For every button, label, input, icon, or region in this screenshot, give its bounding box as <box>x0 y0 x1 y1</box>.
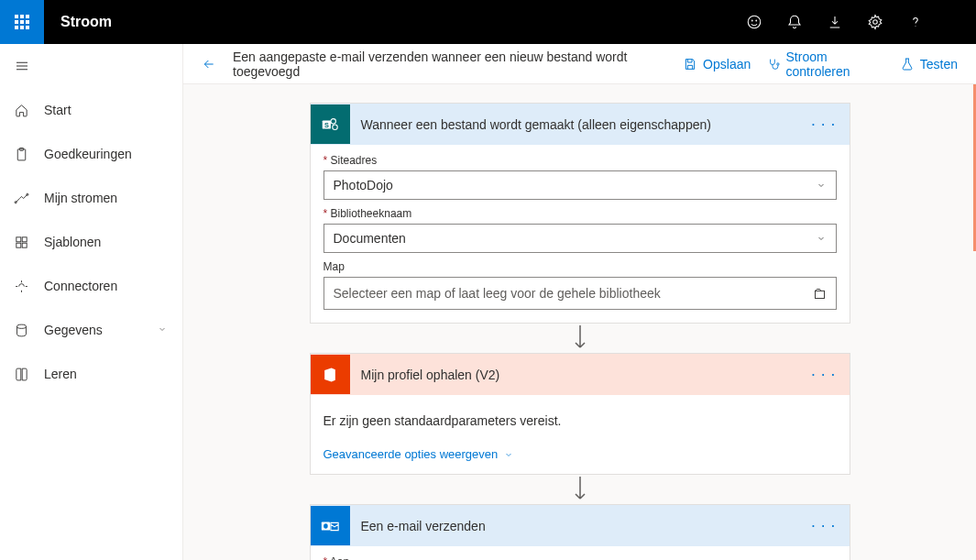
nav-connectors[interactable]: Connectoren <box>0 264 182 308</box>
card-menu-button[interactable]: · · · <box>812 118 837 131</box>
svg-rect-9 <box>22 236 27 241</box>
check-label: Stroom controleren <box>786 49 883 79</box>
flow-icon <box>13 190 29 206</box>
nav-label: Sjablonen <box>44 235 170 249</box>
folder-placeholder: Selecteer een map of laat leeg voor de g… <box>334 286 661 301</box>
svg-rect-8 <box>16 236 20 241</box>
nav-start[interactable]: Start <box>0 88 182 132</box>
nav-data[interactable]: Gegevens <box>0 308 182 352</box>
flask-icon <box>900 57 915 71</box>
site-address-select[interactable]: PhotoDojo <box>324 170 837 200</box>
svg-point-17 <box>333 125 338 130</box>
settings-icon[interactable] <box>855 0 895 44</box>
advanced-options-link[interactable]: Geavanceerde opties weergeven <box>324 447 515 461</box>
help-icon[interactable] <box>895 0 936 44</box>
library-value: Documenten <box>334 231 406 246</box>
nav-label: Start <box>44 103 170 117</box>
nav-label: Mijn stromen <box>44 191 170 205</box>
svg-rect-10 <box>16 243 20 247</box>
nav-label: Leren <box>44 367 170 381</box>
connectors-icon <box>13 278 29 294</box>
trigger-card: S Wanneer een bestand wordt gemaakt (all… <box>310 103 850 324</box>
action-card-email: Een e-mail verzenden · · · * Aan <box>310 504 850 560</box>
waffle-icon <box>15 15 29 29</box>
nav-approvals[interactable]: Goedkeuringen <box>0 132 182 176</box>
card-menu-button[interactable]: · · · <box>812 368 837 381</box>
nav-myflows[interactable]: Mijn stromen <box>0 176 182 220</box>
save-label: Opslaan <box>703 57 751 71</box>
svg-point-20 <box>324 523 328 529</box>
check-flow-button[interactable]: Stroom controleren <box>767 49 883 79</box>
card-header[interactable]: Een e-mail verzenden · · · <box>311 505 850 546</box>
templates-icon <box>13 234 29 250</box>
svg-point-16 <box>331 118 336 124</box>
outlook-icon <box>311 506 350 545</box>
svg-point-12 <box>16 324 26 328</box>
aan-label: * Aan <box>324 555 837 560</box>
chevron-down-icon <box>503 449 514 460</box>
svg-point-2 <box>756 20 757 21</box>
nav-toggle[interactable] <box>0 44 44 88</box>
svg-rect-11 <box>22 243 27 247</box>
clipboard-icon <box>13 146 29 162</box>
svg-text:S: S <box>324 120 329 128</box>
sharepoint-icon: S <box>311 104 350 144</box>
stethoscope-icon <box>767 57 780 71</box>
back-button[interactable] <box>202 57 216 71</box>
card-header[interactable]: Mijn profiel ophalen (V2) · · · <box>311 354 850 395</box>
office-icon <box>311 355 350 394</box>
chevron-down-icon <box>816 180 827 191</box>
svg-point-0 <box>748 16 761 28</box>
svg-point-13 <box>777 62 779 64</box>
library-label: * Bibliotheeknaam <box>324 207 837 220</box>
action-card-profile: Mijn profiel ophalen (V2) · · · Er zijn … <box>310 353 850 475</box>
nav-label: Gegevens <box>44 323 142 337</box>
app-launcher[interactable] <box>0 0 44 44</box>
test-label: Testen <box>920 57 958 71</box>
library-select[interactable]: Documenten <box>324 224 837 253</box>
svg-point-1 <box>751 20 752 21</box>
card-header[interactable]: S Wanneer een bestand wordt gemaakt (all… <box>311 104 850 145</box>
home-icon <box>13 102 29 118</box>
download-icon[interactable] <box>815 0 855 44</box>
card-menu-button[interactable]: · · · <box>812 520 837 533</box>
folder-icon <box>813 287 827 301</box>
nav-label: Connectoren <box>44 279 170 293</box>
save-button[interactable]: Opslaan <box>683 57 751 71</box>
site-value: PhotoDojo <box>334 178 393 192</box>
brand-name: Stroom <box>60 14 112 30</box>
card-title: Mijn profiel ophalen (V2) <box>361 368 801 382</box>
nav-templates[interactable]: Sjablonen <box>0 220 182 264</box>
nav-label: Goedkeuringen <box>44 147 170 161</box>
arrow-left-icon <box>202 57 216 71</box>
feedback-icon[interactable] <box>734 0 774 44</box>
flow-connector-arrow <box>569 475 591 504</box>
notifications-icon[interactable] <box>774 0 815 44</box>
card-title: Een e-mail verzenden <box>361 519 801 533</box>
folder-label: Map <box>324 260 837 273</box>
svg-point-3 <box>873 20 878 25</box>
save-icon <box>683 57 697 71</box>
data-icon <box>13 322 29 338</box>
nav-learn[interactable]: Leren <box>0 352 182 396</box>
no-params-text: Er zijn geen standaardparameters vereist… <box>324 404 837 446</box>
flow-connector-arrow <box>569 324 591 353</box>
flow-title: Een aangepaste e-mail verzenden wanneer … <box>233 49 650 79</box>
site-label: * Siteadres <box>324 154 837 167</box>
test-button[interactable]: Testen <box>900 57 958 71</box>
account-icon[interactable] <box>936 0 976 44</box>
chevron-down-icon <box>816 233 827 244</box>
folder-picker[interactable]: Selecteer een map of laat leeg voor de g… <box>324 277 837 310</box>
card-title: Wanneer een bestand wordt gemaakt (allee… <box>361 117 801 132</box>
chevron-down-icon <box>157 323 170 337</box>
book-icon <box>13 366 29 382</box>
svg-rect-18 <box>815 291 824 298</box>
